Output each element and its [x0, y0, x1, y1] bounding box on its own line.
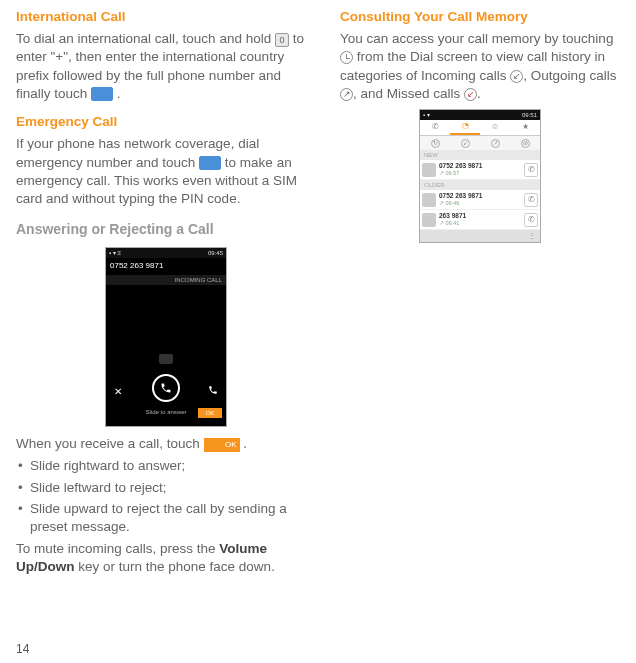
filter-all-icon: ↻ — [431, 139, 440, 148]
clock-icon — [340, 51, 353, 64]
tab-favorites-icon: ★ — [510, 120, 540, 135]
call-back-icon: ✆ — [524, 213, 538, 227]
list-item: Slide upward to reject the call by sendi… — [16, 500, 316, 536]
row-time: ↗ 09:57 — [439, 170, 524, 177]
paragraph-receive: When you receive a call, touch OK . — [16, 435, 316, 453]
text: To mute incoming calls, press the — [16, 541, 219, 556]
call-back-icon: ✆ — [524, 193, 538, 207]
reject-icon: ✕ — [114, 385, 122, 399]
page-number: 14 — [16, 641, 29, 657]
tab-history-icon: ◔ — [450, 120, 480, 135]
status-bar: ▪ ▾ 09:51 — [420, 110, 540, 120]
ok-icon: OK — [204, 438, 240, 452]
text: . — [240, 436, 248, 451]
row-time: ↗ 09:41 — [439, 220, 524, 227]
table-row: 263 9871 ↗ 09:41 ✆ — [420, 210, 540, 230]
screenshot-call-history: ▪ ▾ 09:51 ✆ ◔ ☺ ★ ↻ ↙ ↗ ⊘ NEW 0752 263 9… — [419, 109, 541, 243]
avatar-icon — [422, 213, 436, 227]
answer-icon — [208, 385, 218, 399]
tab-dialer-icon: ✆ — [420, 120, 450, 135]
call-button-icon — [199, 156, 221, 170]
status-time: 09:51 — [522, 111, 537, 119]
message-icon — [159, 354, 173, 364]
text: . — [113, 86, 121, 101]
screenshot-incoming-call: ▪ ▾ ≡ 09:45 0752 263 9871 INCOMING CALL … — [105, 247, 227, 427]
call-button-icon — [91, 87, 113, 101]
tab-contacts-icon: ☺ — [480, 120, 510, 135]
tab-row: ✆ ◔ ☺ ★ — [420, 120, 540, 136]
heading-emergency-call: Emergency Call — [16, 113, 316, 131]
text: To dial an international call, touch and… — [16, 31, 275, 46]
row-number: 263 9871 — [439, 212, 524, 221]
paragraph-emergency: If your phone has network coverage, dial… — [16, 135, 316, 208]
bullet-list: Slide rightward to answer; Slide leftwar… — [16, 457, 316, 536]
incoming-label: INCOMING CALL — [106, 275, 226, 285]
answer-ring-icon — [152, 374, 180, 402]
filter-incoming-icon: ↙ — [461, 139, 470, 148]
outgoing-arrow-icon: ↗ — [340, 88, 353, 101]
zero-key-icon: 0 — [275, 33, 289, 47]
heading-call-memory: Consulting Your Call Memory — [340, 8, 620, 26]
missed-arrow-icon: ↙ — [464, 88, 477, 101]
status-icons-left: ▪ ▾ ≡ — [109, 249, 121, 257]
paragraph-international: To dial an international call, touch and… — [16, 30, 316, 103]
avatar-icon — [422, 163, 436, 177]
list-item: Slide leftward to reject; — [16, 479, 316, 497]
text: . — [477, 86, 481, 101]
ok-button: OK — [198, 408, 222, 418]
text: You can access your call memory by touch… — [340, 31, 613, 46]
status-bar: ▪ ▾ ≡ 09:45 — [106, 248, 226, 258]
row-number: 0752 263 9871 — [439, 162, 524, 171]
paragraph-mute: To mute incoming calls, press the Volume… — [16, 540, 316, 576]
table-row: 0752 263 9871 ↗ 09:46 ✆ — [420, 190, 540, 210]
section-new: NEW — [420, 150, 540, 160]
heading-answering-rejecting: Answering or Rejecting a Call — [16, 220, 316, 239]
incoming-arrow-icon: ↙ — [510, 70, 523, 83]
avatar-icon — [422, 193, 436, 207]
filter-missed-icon: ⊘ — [521, 139, 530, 148]
text: , Outgoing calls — [523, 68, 616, 83]
filter-outgoing-icon: ↗ — [491, 139, 500, 148]
text: , and Missed calls — [353, 86, 464, 101]
row-number: 0752 263 9871 — [439, 192, 524, 201]
text: key or turn the phone face down. — [75, 559, 275, 574]
table-row: 0752 263 9871 ↗ 09:57 ✆ — [420, 160, 540, 180]
row-time: ↗ 09:46 — [439, 200, 524, 207]
filter-row: ↻ ↙ ↗ ⊘ — [420, 136, 540, 150]
paragraph-call-memory: You can access your call memory by touch… — [340, 30, 620, 103]
bottom-bar: ⋮ — [420, 230, 540, 242]
section-older: OLDER — [420, 180, 540, 190]
caller-number: 0752 263 9871 — [106, 258, 226, 275]
status-time: 09:45 — [208, 249, 223, 257]
text: When you receive a call, touch — [16, 436, 204, 451]
call-back-icon: ✆ — [524, 163, 538, 177]
list-item: Slide rightward to answer; — [16, 457, 316, 475]
status-icons-left: ▪ ▾ — [423, 111, 430, 119]
heading-international-call: International Call — [16, 8, 316, 26]
